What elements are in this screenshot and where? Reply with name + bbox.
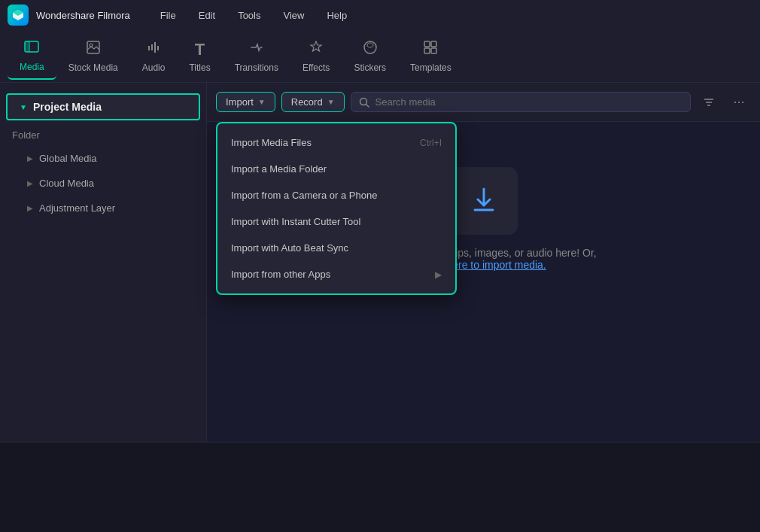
search-icon: [359, 97, 369, 108]
adjustment-layer-arrow: ▶: [27, 204, 33, 212]
nav-titles[interactable]: T Titles: [177, 34, 222, 79]
dropdown-import-auto-beat-sync[interactable]: Import with Auto Beat Sync: [217, 235, 455, 261]
nav-stock-media[interactable]: Stock Media: [56, 33, 130, 79]
nav-stickers-label: Stickers: [354, 62, 386, 73]
nav-effects[interactable]: Effects: [290, 33, 342, 79]
global-media-label: Global Media: [39, 153, 97, 164]
dropdown-import-instant-cutter[interactable]: Import with Instant Cutter Tool: [217, 208, 455, 235]
global-media-arrow: ▶: [27, 154, 33, 163]
sidebar-item-global-media[interactable]: ▶ Global Media: [6, 147, 200, 170]
stickers-icon: [362, 39, 378, 59]
nav-transitions[interactable]: Transitions: [223, 33, 290, 79]
templates-icon: [422, 39, 439, 59]
cloud-media-arrow: ▶: [27, 179, 33, 187]
dropdown-import-other-apps-label: Import from other Apps: [231, 269, 330, 280]
dropdown-import-media-files-shortcut: Ctrl+I: [420, 138, 442, 148]
dropdown-import-media-folder-label: Import a Media Folder: [231, 163, 327, 175]
nav-effects-label: Effects: [302, 62, 330, 73]
record-chevron: ▼: [327, 98, 335, 106]
dropdown-import-instant-cutter-label: Import with Instant Cutter Tool: [231, 216, 360, 227]
main-area: ▼ Project Media Folder ▶ Global Media ▶ …: [0, 83, 760, 442]
project-media-header[interactable]: ▼ Project Media: [6, 93, 200, 120]
nav-stickers[interactable]: Stickers: [342, 33, 398, 79]
svg-rect-8: [424, 48, 430, 53]
titlebar: Wondershare Filmora File Edit Tools View…: [0, 0, 760, 30]
download-icon: [466, 183, 502, 219]
audio-icon: [145, 39, 162, 59]
dropdown-import-camera-phone-label: Import from a Camera or a Phone: [231, 190, 377, 201]
import-chevron: ▼: [258, 98, 266, 106]
folder-divider: Folder: [0, 125, 206, 145]
nav-transitions-label: Transitions: [235, 62, 278, 73]
search-input[interactable]: [375, 96, 682, 108]
import-dropdown: Import Media Files Ctrl+I Import a Media…: [216, 122, 457, 295]
drop-icon-box: [450, 167, 518, 235]
nav-templates[interactable]: Templates: [398, 33, 464, 79]
more-options-button[interactable]: ···: [727, 90, 751, 114]
svg-rect-1: [25, 41, 29, 52]
dropdown-import-camera-phone[interactable]: Import from a Camera or a Phone: [217, 182, 455, 208]
menu-view[interactable]: View: [275, 7, 312, 24]
svg-rect-7: [431, 41, 436, 47]
dropdown-import-other-apps[interactable]: Import from other Apps ▶: [217, 261, 455, 287]
effects-icon: [308, 39, 324, 59]
navbar: Media Stock Media Audio T Titles Transi: [0, 30, 760, 83]
project-media-chevron: ▼: [20, 103, 27, 111]
nav-templates-label: Templates: [410, 62, 451, 73]
dropdown-import-auto-beat-sync-label: Import with Auto Beat Sync: [231, 242, 348, 254]
nav-titles-label: Titles: [189, 62, 210, 73]
menu-help[interactable]: Help: [319, 7, 354, 24]
nav-audio[interactable]: Audio: [130, 33, 178, 79]
content-area: Import ▼ Record ▼ ···: [207, 83, 760, 442]
search-bar[interactable]: [351, 92, 691, 112]
media-icon: [23, 38, 40, 59]
nav-stock-media-label: Stock Media: [68, 62, 118, 73]
project-media-label: Project Media: [33, 101, 102, 113]
svg-line-11: [366, 104, 369, 107]
nav-media-label: Media: [20, 62, 44, 72]
filter-button[interactable]: [697, 90, 721, 114]
menu-file[interactable]: File: [153, 7, 184, 24]
svg-rect-6: [424, 41, 430, 47]
menu-tools[interactable]: Tools: [230, 7, 268, 24]
dropdown-import-media-files[interactable]: Import Media Files Ctrl+I: [217, 129, 455, 156]
stock-media-icon: [85, 39, 102, 59]
app-logo: [8, 5, 29, 26]
titles-icon: T: [195, 40, 205, 59]
import-label: Import: [226, 96, 254, 108]
menu-edit[interactable]: Edit: [191, 7, 223, 24]
cloud-media-label: Cloud Media: [39, 178, 94, 189]
sidebar-item-cloud-media[interactable]: ▶ Cloud Media: [6, 172, 200, 195]
adjustment-layer-label: Adjustment Layer: [39, 202, 115, 214]
sidebar-item-adjustment-layer[interactable]: ▶ Adjustment Layer: [6, 196, 200, 220]
nav-media[interactable]: Media: [8, 32, 56, 80]
transitions-icon: [248, 39, 265, 59]
dropdown-import-media-folder[interactable]: Import a Media Folder: [217, 156, 455, 182]
record-label: Record: [291, 96, 323, 108]
timeline: [0, 442, 760, 532]
record-button[interactable]: Record ▼: [281, 92, 345, 112]
content-toolbar: Import ▼ Record ▼ ···: [207, 83, 760, 122]
dropdown-import-media-files-label: Import Media Files: [231, 137, 312, 148]
nav-audio-label: Audio: [142, 62, 166, 73]
dropdown-import-other-apps-arrow: ▶: [435, 269, 442, 280]
folder-label: Folder: [12, 129, 40, 141]
app-name: Wondershare Filmora: [36, 10, 130, 21]
import-button[interactable]: Import ▼: [216, 92, 275, 112]
svg-rect-9: [431, 48, 436, 53]
sidebar: ▼ Project Media Folder ▶ Global Media ▶ …: [0, 83, 207, 442]
